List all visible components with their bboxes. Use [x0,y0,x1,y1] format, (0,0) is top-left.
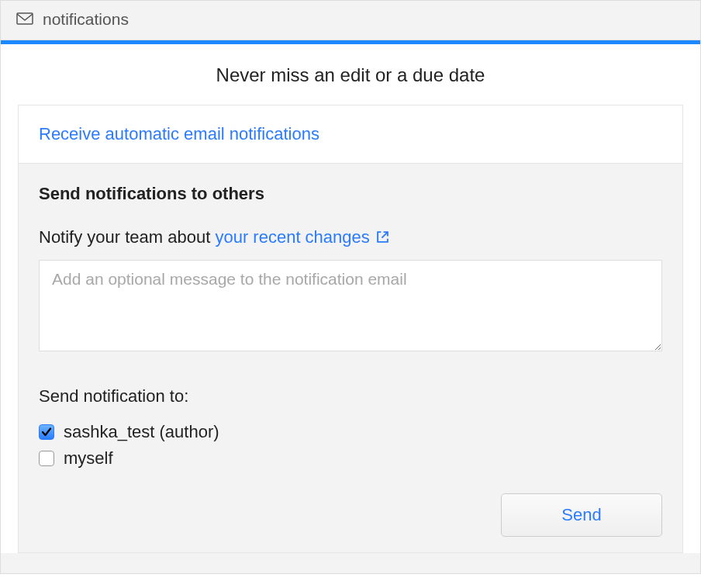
notify-prefix: Notify your team about [39,227,215,247]
send-button[interactable]: Send [501,493,662,537]
button-row: Send [39,493,662,537]
recipient-row[interactable]: sashka_test (author) [39,422,662,442]
notify-line: Notify your team about your recent chang… [39,227,662,247]
auto-email-row[interactable]: Receive automatic email notifications [18,105,683,164]
section-title: Send notifications to others [39,184,662,204]
svg-rect-0 [17,13,33,24]
panel-header: notifications [1,1,700,40]
page-heading: Never miss an edit or a due date [1,44,700,105]
panel-title: notifications [43,10,129,29]
auto-email-link[interactable]: Receive automatic email notifications [39,124,319,144]
recipient-label: myself [64,448,113,469]
recent-changes-link[interactable]: your recent changes [215,227,388,247]
recipient-label: sashka_test (author) [64,422,219,442]
bottom-spacer [1,553,700,573]
checkbox-checked-icon[interactable] [39,424,54,440]
external-link-icon [375,227,389,247]
checkbox-unchecked-icon[interactable] [39,451,54,466]
send-to-label: Send notification to: [39,386,662,406]
notifications-panel: notifications Never miss an edit or a du… [0,0,701,574]
recipient-row[interactable]: myself [39,448,662,469]
send-others-section: Send notifications to others Notify your… [18,164,683,553]
envelope-icon [16,11,33,29]
content-area: Never miss an edit or a due date Receive… [1,44,700,573]
message-input[interactable] [39,260,662,351]
